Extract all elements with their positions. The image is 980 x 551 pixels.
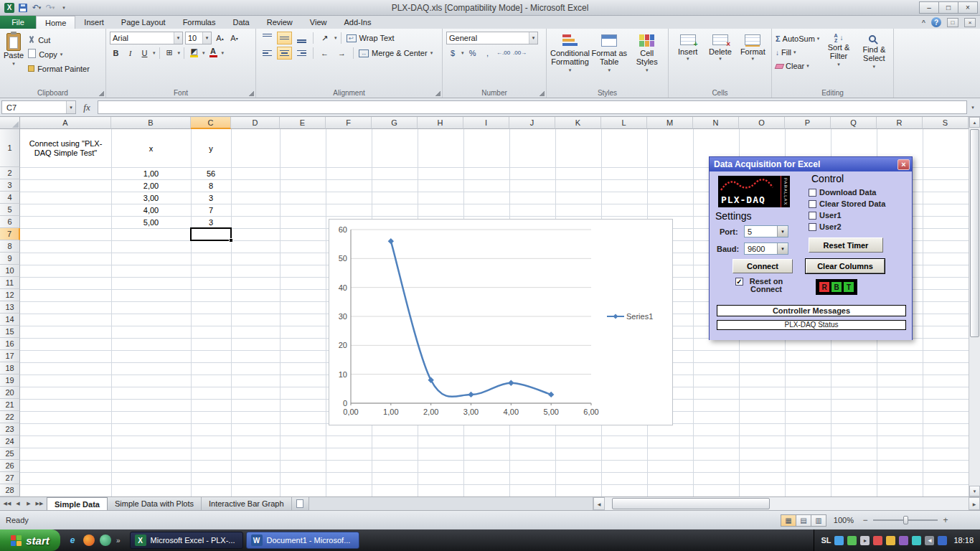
column-header-M[interactable]: M <box>647 117 693 129</box>
checkbox-download-data[interactable]: Download Data <box>809 188 876 197</box>
scroll-up-icon[interactable]: ▲ <box>969 117 980 128</box>
restore-button[interactable]: □ <box>938 1 958 14</box>
vertical-scroll-track[interactable] <box>969 128 980 486</box>
row-header-10[interactable]: 10 <box>0 265 20 277</box>
accounting-format-button[interactable]: $ <box>446 47 459 59</box>
cell-C5[interactable]: 7 <box>191 204 231 216</box>
connect-button[interactable]: Connect <box>732 259 793 273</box>
column-header-A[interactable]: A <box>20 117 111 129</box>
row-header-15[interactable]: 15 <box>0 326 20 338</box>
tab-add-ins[interactable]: Add-Ins <box>335 16 380 29</box>
zoom-out-icon[interactable]: − <box>861 515 870 525</box>
cell-B4[interactable]: 3,00 <box>111 192 191 204</box>
name-box-caret-icon[interactable]: ▾ <box>66 101 75 113</box>
zoom-in-icon[interactable]: + <box>941 515 950 525</box>
copy-button[interactable]: Copy ▾ <box>27 48 91 60</box>
column-header-C[interactable]: C <box>191 117 231 129</box>
sort-filter-button[interactable]: AZ↓ Sort & Filter▾ <box>822 32 854 88</box>
baud-dropdown-icon[interactable]: ▼ <box>777 243 788 254</box>
column-header-J[interactable]: J <box>509 117 555 129</box>
workbook-close-icon[interactable]: × <box>964 18 976 27</box>
row-header-7[interactable]: 7 <box>0 228 20 240</box>
cell-B2[interactable]: 1,00 <box>111 167 191 179</box>
underline-button[interactable]: U <box>138 47 151 59</box>
zoom-slider-track[interactable] <box>873 519 938 521</box>
zoom-level[interactable]: 100% <box>834 516 854 524</box>
select-all-corner[interactable] <box>0 117 20 129</box>
tab-insert[interactable]: Insert <box>75 16 113 29</box>
comma-style-button[interactable]: , <box>481 47 494 59</box>
row-header-19[interactable]: 19 <box>0 375 20 387</box>
row-header-25[interactable]: 25 <box>0 448 20 460</box>
format-painter-button[interactable]: Format Painter <box>27 62 91 75</box>
checkbox-user1[interactable]: User1 <box>809 211 842 220</box>
column-header-P[interactable]: P <box>785 117 831 129</box>
baud-select[interactable]: 9600▼ <box>744 242 788 255</box>
checkbox-reset-on-connect[interactable]: Reset on Connect <box>735 278 786 293</box>
cell-B6[interactable]: 5,00 <box>111 216 191 228</box>
bottom-align-button[interactable] <box>294 32 309 44</box>
borders-button[interactable]: ⊞ <box>164 47 176 59</box>
cell-B5[interactable]: 4,00 <box>111 204 191 216</box>
middle-align-button[interactable] <box>277 32 292 44</box>
app-shortcut-icon[interactable] <box>100 534 111 546</box>
page-layout-view-button[interactable]: ▤ <box>796 514 811 527</box>
start-button[interactable]: start <box>0 529 60 551</box>
tab-data[interactable]: Data <box>224 16 258 29</box>
top-align-button[interactable] <box>260 32 275 44</box>
tab-page-layout[interactable]: Page Layout <box>113 16 174 29</box>
grow-font-button[interactable]: A▴ <box>214 32 226 44</box>
sheet-tab-interactive-bar-graph[interactable]: Interactive Bar Graph <box>202 497 292 510</box>
tab-file[interactable]: File <box>0 16 36 29</box>
row-header-18[interactable]: 18 <box>0 362 20 375</box>
row-header-14[interactable]: 14 <box>0 314 20 326</box>
font-color-button[interactable]: A <box>207 47 220 59</box>
language-indicator[interactable]: SL <box>821 536 831 545</box>
column-header-F[interactable]: F <box>326 117 372 129</box>
taskbar-button-excel[interactable]: X Microsoft Excel - PLX-... <box>130 532 243 549</box>
cut-button[interactable]: Cut <box>27 34 91 46</box>
volume-icon[interactable]: ◄ <box>925 536 934 545</box>
row-header-22[interactable]: 22 <box>0 411 20 423</box>
row-header-17[interactable]: 17 <box>0 350 20 362</box>
last-sheet-icon[interactable]: ▶▶ <box>34 499 44 509</box>
format-as-table-button[interactable]: Format as Table▾ <box>591 32 628 88</box>
zoom-slider[interactable]: − + <box>861 515 950 525</box>
find-select-button[interactable]: Find & Select▾ <box>858 32 890 88</box>
font-name-combo[interactable]: Arial▾ <box>110 32 183 44</box>
clipboard-dialog-launcher-icon[interactable] <box>98 90 104 96</box>
excel-app-icon[interactable]: X <box>4 2 15 14</box>
row-header-24[interactable]: 24 <box>0 435 20 448</box>
tab-review[interactable]: Review <box>258 16 301 29</box>
horizontal-scroll-thumb[interactable] <box>612 498 770 509</box>
next-sheet-icon[interactable]: ▶ <box>24 499 34 509</box>
previous-sheet-icon[interactable]: ◀ <box>13 499 23 509</box>
autosum-button[interactable]: ΣAutoSum ▾ <box>776 33 819 44</box>
increase-indent-button[interactable]: → <box>334 47 349 60</box>
column-header-D[interactable]: D <box>231 117 280 129</box>
row-header-11[interactable]: 11 <box>0 277 20 289</box>
checkbox-clear-stored-data[interactable]: Clear Stored Data <box>809 199 885 208</box>
align-left-button[interactable] <box>260 47 275 60</box>
row-header-4[interactable]: 4 <box>0 192 20 204</box>
row-header-12[interactable]: 12 <box>0 289 20 301</box>
dialog-title-bar[interactable]: Data Acquisition for Excel × <box>710 157 912 171</box>
increase-decimal-button[interactable]: ←.00 <box>496 47 511 59</box>
clear-button[interactable]: Clear ▾ <box>776 60 819 72</box>
save-button[interactable] <box>17 2 29 14</box>
cell-B1[interactable]: x <box>111 129 191 167</box>
checkbox-user2[interactable]: User2 <box>809 222 842 231</box>
format-cells-button[interactable]: Format▾ <box>738 32 768 88</box>
undo-button[interactable]: ↶▾ <box>31 2 42 14</box>
insert-worksheet-button[interactable] <box>292 497 309 510</box>
normal-view-button[interactable]: ▦ <box>781 514 796 527</box>
row-header-1[interactable]: 1 <box>0 129 20 167</box>
row-header-27[interactable]: 27 <box>0 472 20 484</box>
help-icon[interactable]: ? <box>931 17 941 27</box>
row-header-26[interactable]: 26 <box>0 460 20 472</box>
italic-button[interactable]: I <box>124 47 136 59</box>
font-dialog-launcher-icon[interactable] <box>248 90 254 96</box>
cell-C4[interactable]: 3 <box>191 192 231 204</box>
fill-color-button[interactable]: ◩ <box>188 47 200 59</box>
tab-home[interactable]: Home <box>36 16 75 29</box>
